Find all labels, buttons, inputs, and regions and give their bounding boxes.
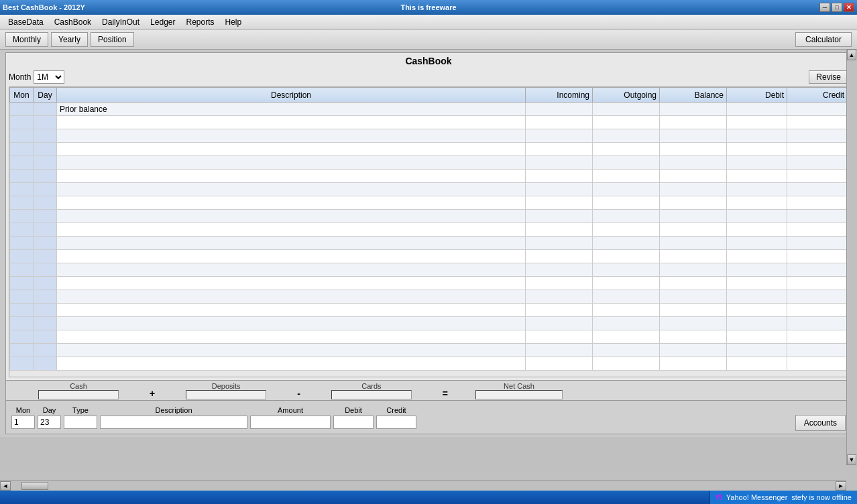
cards-input[interactable] — [331, 390, 412, 399]
credit-field-group: Credit — [376, 406, 416, 429]
vertical-scrollbar[interactable]: ▲ ▼ — [846, 50, 857, 465]
main-content: CashBook Month 1M 2M 3M 4M 5M 6M 7M 8M 9… — [0, 50, 857, 437]
cash-input[interactable] — [38, 390, 119, 399]
net-cash-label: Net Cash — [504, 382, 534, 390]
horizontal-scrollbar[interactable]: ◄ ► — [0, 480, 846, 491]
table-row[interactable] — [10, 317, 848, 330]
status-right: Y! Yahoo! Messenger stefy is now offline — [709, 491, 857, 504]
credit-entry-label: Credit — [386, 406, 406, 414]
position-button[interactable]: Position — [91, 32, 134, 47]
deposits-input[interactable] — [186, 390, 266, 399]
calculator-button[interactable]: Calculator — [795, 32, 852, 47]
menu-ledger[interactable]: Ledger — [145, 16, 180, 28]
table-row[interactable] — [10, 223, 848, 237]
scroll-left-btn[interactable]: ◄ — [0, 481, 11, 491]
title-bar: Best CashBook - 2012Y This is freeware ─… — [0, 0, 857, 15]
menu-basedata[interactable]: BaseData — [3, 16, 49, 28]
col-header-credit: Credit — [787, 88, 848, 103]
minimize-button[interactable]: ─ — [819, 3, 830, 12]
cards-section: Cards — [304, 382, 439, 399]
cashbook-data-table: Mon Day Description Incoming Outgoing Ba… — [9, 87, 848, 371]
table-row[interactable] — [10, 237, 848, 250]
menu-bar: BaseData CashBook DailyInOut Ledger Repo… — [0, 15, 857, 29]
amount-entry-input[interactable] — [250, 416, 331, 429]
accounts-button[interactable]: Accounts — [795, 415, 846, 431]
mon-entry-input[interactable] — [11, 416, 35, 429]
col-header-day: Day — [34, 88, 57, 103]
toolbar: Monthly Yearly Position Calculator — [0, 29, 857, 50]
description-entry-label: Description — [155, 406, 192, 414]
type-entry-input[interactable] — [64, 416, 97, 429]
mon-field-group: Mon — [11, 406, 35, 429]
col-header-incoming: Incoming — [526, 88, 593, 103]
revise-button[interactable]: Revise — [809, 70, 848, 84]
yearly-button[interactable]: Yearly — [51, 32, 88, 47]
table-row[interactable]: Prior balance — [10, 103, 848, 116]
net-cash-input[interactable] — [475, 390, 563, 399]
scroll-up-btn[interactable]: ▲ — [847, 50, 856, 60]
amount-entry-label: Amount — [278, 406, 303, 414]
menu-dailyinout[interactable]: DailyInOut — [97, 16, 145, 28]
mon-entry-label: Mon — [16, 406, 30, 414]
scroll-down-btn[interactable]: ▼ — [847, 454, 856, 465]
row-incoming — [526, 103, 593, 116]
col-header-mon: Mon — [10, 88, 34, 103]
table-row[interactable] — [10, 250, 848, 263]
day-entry-input[interactable] — [38, 416, 61, 429]
row-mon — [10, 103, 34, 116]
table-row[interactable] — [10, 290, 848, 304]
amount-field-group: Amount — [250, 406, 331, 429]
menu-help[interactable]: Help — [220, 16, 247, 28]
table-row[interactable] — [10, 170, 848, 183]
deposits-section: Deposits — [159, 382, 293, 399]
cashbook-table: Mon Day Description Incoming Outgoing Ba… — [9, 86, 848, 377]
row-balance — [660, 103, 727, 116]
table-row[interactable] — [10, 344, 848, 357]
table-row[interactable] — [10, 330, 848, 344]
description-entry-input[interactable] — [100, 416, 247, 429]
cashbook-title: CashBook — [9, 56, 848, 66]
row-debit — [727, 103, 787, 116]
cards-label: Cards — [361, 382, 381, 390]
entry-bar: Mon Day Type Description Amount Debit Cr… — [5, 401, 852, 434]
debit-entry-input[interactable] — [333, 416, 374, 429]
day-field-group: Day — [38, 406, 61, 429]
table-row[interactable] — [10, 116, 848, 129]
type-field-group: Type — [64, 406, 97, 429]
credit-entry-input[interactable] — [376, 416, 416, 429]
type-entry-label: Type — [72, 406, 89, 414]
cash-section: Cash — [11, 382, 146, 399]
cashbook-panel: CashBook Month 1M 2M 3M 4M 5M 6M 7M 8M 9… — [5, 52, 852, 381]
month-select[interactable]: 1M 2M 3M 4M 5M 6M 7M 8M 9M 10M 11M 12M — [34, 70, 64, 84]
table-row[interactable] — [10, 183, 848, 196]
debit-entry-label: Debit — [345, 406, 362, 414]
table-row[interactable] — [10, 129, 848, 143]
table-row[interactable] — [10, 210, 848, 223]
minus-operator: - — [294, 388, 303, 399]
table-row[interactable] — [10, 156, 848, 170]
day-entry-label: Day — [43, 406, 56, 414]
table-row[interactable] — [10, 196, 848, 210]
table-row[interactable] — [10, 357, 848, 371]
title-bar-center: This is freeware — [400, 3, 456, 11]
app-title: Best CashBook - 2012Y — [3, 3, 85, 11]
scroll-thumb[interactable] — [21, 482, 48, 490]
table-row[interactable] — [10, 143, 848, 156]
freeware-label: This is freeware — [400, 3, 456, 11]
close-button[interactable]: ✕ — [844, 3, 854, 12]
scroll-right-btn[interactable]: ► — [836, 481, 846, 491]
table-row[interactable] — [10, 263, 848, 277]
summary-bar: Cash + Deposits - Cards = Net Cash — [5, 381, 852, 401]
monthly-button[interactable]: Monthly — [5, 32, 48, 47]
menu-cashbook[interactable]: CashBook — [49, 16, 97, 28]
maximize-button[interactable]: □ — [832, 3, 842, 12]
table-row[interactable] — [10, 277, 848, 290]
menu-reports[interactable]: Reports — [180, 16, 219, 28]
deposits-label: Deposits — [212, 382, 241, 390]
description-field-group: Description — [100, 406, 247, 429]
debit-field-group: Debit — [333, 406, 374, 429]
cashbook-controls: Month 1M 2M 3M 4M 5M 6M 7M 8M 9M 10M 11M… — [9, 70, 848, 84]
table-row[interactable] — [10, 304, 848, 317]
equals-operator: = — [440, 388, 451, 399]
col-header-outgoing: Outgoing — [593, 88, 660, 103]
